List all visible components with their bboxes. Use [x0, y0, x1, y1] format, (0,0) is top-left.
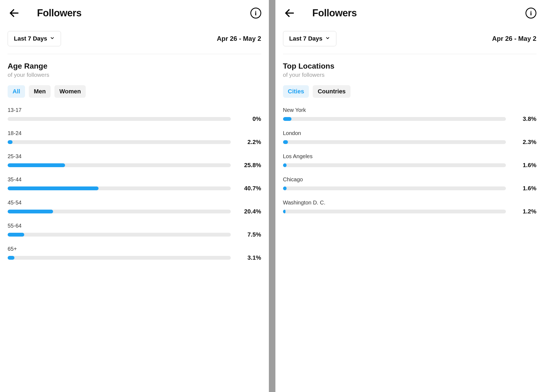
- bar-label: Los Angeles: [283, 153, 537, 160]
- bar-fill: [8, 163, 65, 167]
- header-left: Followers: [8, 7, 82, 20]
- bar-label: New York: [283, 107, 537, 113]
- bar-value: 2.2%: [237, 139, 261, 146]
- bar-track: [8, 256, 231, 260]
- bar-track: [8, 186, 231, 190]
- bar-line: 2.2%: [8, 139, 261, 146]
- section-title: Age Range: [8, 62, 261, 71]
- bar-value: 1.2%: [512, 208, 536, 215]
- bar-value: 2.3%: [512, 139, 536, 146]
- range-label: Last 7 Days: [14, 35, 47, 42]
- chevron-down-icon: [325, 36, 330, 42]
- bar-fill: [283, 163, 287, 167]
- bar-row: 35-4440.7%: [8, 176, 261, 192]
- header: Followers i: [8, 7, 261, 20]
- bar-track: [283, 140, 506, 144]
- bar-fill: [8, 233, 24, 237]
- bar-fill: [283, 117, 291, 121]
- bar-label: Chicago: [283, 176, 537, 183]
- bar-row: 18-242.2%: [8, 130, 261, 146]
- bar-line: 1.6%: [283, 185, 537, 192]
- info-icon[interactable]: i: [250, 8, 261, 19]
- bar-label: Washington D. C.: [283, 200, 537, 206]
- bar-track: [8, 117, 231, 121]
- followers-age-panel: Followers i Last 7 Days Apr 26 - May 2 A…: [0, 0, 269, 392]
- back-arrow-icon[interactable]: [283, 7, 296, 20]
- bar-row: New York3.8%: [283, 107, 537, 122]
- bar-value: 25.8%: [237, 162, 261, 169]
- bar-fill: [8, 256, 14, 260]
- age-range-bars: 13-170%18-242.2%25-3425.8%35-4440.7%45-5…: [8, 107, 261, 261]
- bar-value: 40.7%: [237, 185, 261, 192]
- bar-line: 25.8%: [8, 162, 261, 169]
- bar-label: 45-54: [8, 200, 261, 206]
- bar-line: 40.7%: [8, 185, 261, 192]
- bar-row: London2.3%: [283, 130, 537, 146]
- bar-label: 55-64: [8, 223, 261, 229]
- bar-value: 3.1%: [237, 254, 261, 261]
- bar-row: 25-3425.8%: [8, 153, 261, 169]
- bar-value: 20.4%: [237, 208, 261, 215]
- bar-line: 2.3%: [283, 139, 537, 146]
- bar-row: Chicago1.6%: [283, 176, 537, 192]
- bar-label: 18-24: [8, 130, 261, 136]
- bar-row: Los Angeles1.6%: [283, 153, 537, 169]
- bar-track: [8, 233, 231, 237]
- bar-row: Washington D. C.1.2%: [283, 200, 537, 215]
- bar-fill: [283, 186, 287, 190]
- bar-value: 1.6%: [512, 162, 536, 169]
- filter-row: Last 7 Days Apr 26 - May 2: [283, 31, 537, 54]
- bar-row: 13-170%: [8, 107, 261, 122]
- header-left: Followers: [283, 7, 357, 20]
- back-arrow-icon[interactable]: [8, 7, 21, 20]
- bar-track: [8, 210, 231, 213]
- bar-value: 7.5%: [237, 231, 261, 238]
- bar-track: [283, 117, 506, 121]
- location-bars: New York3.8%London2.3%Los Angeles1.6%Chi…: [283, 107, 537, 215]
- bar-track: [8, 140, 231, 144]
- tab-all[interactable]: All: [8, 85, 25, 98]
- section-subtitle: of your followers: [8, 72, 261, 78]
- date-range-dropdown[interactable]: Last 7 Days: [8, 31, 61, 46]
- tab-cities[interactable]: Cities: [283, 85, 309, 98]
- section-subtitle: of your followers: [283, 72, 537, 78]
- bar-label: London: [283, 130, 537, 136]
- bar-row: 65+3.1%: [8, 246, 261, 261]
- header: Followers i: [283, 7, 537, 20]
- segment-tabs: CitiesCountries: [283, 85, 537, 98]
- date-range-text: Apr 26 - May 2: [217, 35, 261, 42]
- bar-line: 20.4%: [8, 208, 261, 215]
- bar-line: 1.2%: [283, 208, 537, 215]
- followers-location-panel: Followers i Last 7 Days Apr 26 - May 2 T…: [275, 0, 544, 392]
- bar-track: [283, 163, 506, 167]
- bar-value: 1.6%: [512, 185, 536, 192]
- bar-line: 3.1%: [8, 254, 261, 261]
- bar-fill: [8, 210, 53, 213]
- segment-tabs: AllMenWomen: [8, 85, 261, 98]
- date-range-text: Apr 26 - May 2: [492, 35, 536, 42]
- bar-row: 45-5420.4%: [8, 200, 261, 215]
- bar-line: 3.8%: [283, 115, 537, 122]
- range-label: Last 7 Days: [289, 35, 322, 42]
- bar-value: 0%: [237, 115, 261, 122]
- page-title: Followers: [312, 7, 357, 19]
- tab-countries[interactable]: Countries: [313, 85, 351, 98]
- chevron-down-icon: [50, 36, 55, 42]
- bar-track: [8, 163, 231, 167]
- bar-label: 65+: [8, 246, 261, 252]
- page-title: Followers: [37, 7, 82, 19]
- bar-line: 0%: [8, 115, 261, 122]
- bar-value: 3.8%: [512, 115, 536, 122]
- tab-men[interactable]: Men: [29, 85, 51, 98]
- bar-label: 35-44: [8, 176, 261, 183]
- section-title: Top Locations: [283, 62, 537, 71]
- tab-women[interactable]: Women: [54, 85, 86, 98]
- info-icon[interactable]: i: [525, 8, 536, 19]
- bar-line: 1.6%: [283, 162, 537, 169]
- date-range-dropdown[interactable]: Last 7 Days: [283, 31, 336, 46]
- bar-track: [283, 210, 506, 213]
- bar-fill: [283, 210, 286, 213]
- filter-row: Last 7 Days Apr 26 - May 2: [8, 31, 261, 54]
- bar-line: 7.5%: [8, 231, 261, 238]
- bar-row: 55-647.5%: [8, 223, 261, 238]
